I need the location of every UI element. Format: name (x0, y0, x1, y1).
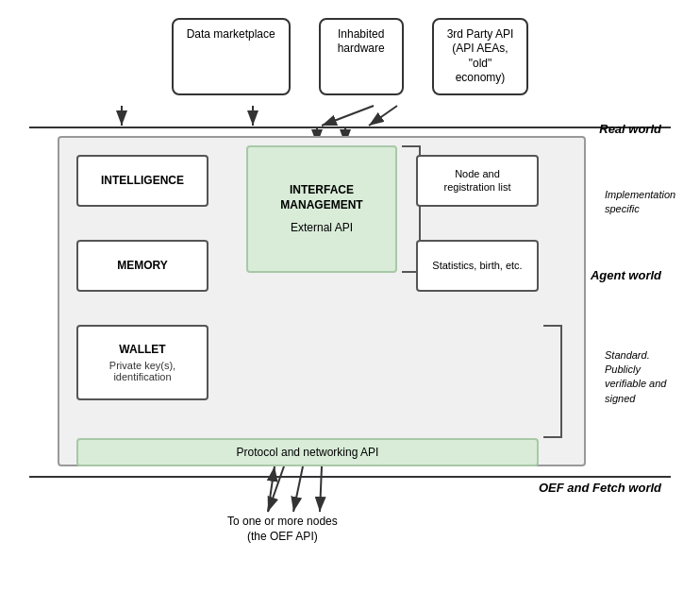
agent-world-label: Agent world (591, 268, 661, 282)
node-reg-box: Node andregistration list (416, 155, 539, 207)
statistics-box: Statistics, birth, etc. (416, 240, 539, 292)
node-reg-label: Node andregistration list (444, 167, 511, 195)
memory-label: MEMORY (117, 259, 168, 272)
standard-bracket (543, 325, 562, 438)
real-world-label: Real world (599, 122, 661, 136)
protocol-label: Protocol and networking API (237, 446, 379, 459)
wallet-sub: Private key(s),identification (109, 360, 175, 382)
statistics-label: Statistics, birth, etc. (432, 259, 522, 272)
data-marketplace-box: Data marketplace (172, 18, 291, 95)
third-party-api-box: 3rd Party API(API AEAs,"old"economy) (432, 18, 529, 95)
svg-line-18 (268, 466, 275, 512)
interface-subtitle: External API (291, 221, 353, 234)
wallet-title: WALLET (119, 343, 165, 356)
top-boxes: Data marketplace Inhabitedhardware 3rd P… (48, 18, 652, 95)
bottom-label: To one or more nodes(the OEF API) (227, 514, 338, 546)
bottom-label-text: To one or more nodes(the OEF API) (227, 515, 338, 544)
data-marketplace-label: Data marketplace (187, 27, 275, 41)
intelligence-label: INTELLIGENCE (101, 174, 184, 187)
svg-line-15 (268, 466, 284, 512)
interface-management-box: INTERFACEMANAGEMENT External API (246, 145, 397, 273)
interface-title: INTERFACEMANAGEMENT (280, 183, 362, 212)
wallet-box: WALLET Private key(s),identification (76, 325, 208, 400)
third-party-api-label: 3rd Party API(API AEAs,"old"economy) (447, 27, 514, 85)
inhabited-hardware-label: Inhabitedhardware (338, 27, 385, 56)
svg-line-17 (320, 466, 322, 512)
svg-line-4 (322, 106, 374, 126)
inhabited-hardware-box: Inhabitedhardware (319, 18, 404, 95)
intelligence-box: INTELLIGENCE (76, 155, 208, 207)
protocol-box: Protocol and networking API (76, 438, 539, 466)
implementation-specific-label: Implementation specific (605, 188, 680, 217)
svg-line-5 (369, 106, 397, 126)
real-world-separator (29, 127, 671, 128)
svg-line-16 (293, 466, 303, 512)
diagram-container: Data marketplace Inhabitedhardware 3rd P… (20, 13, 680, 580)
memory-box: MEMORY (76, 240, 208, 292)
oef-world-label: OEF and Fetch world (539, 481, 661, 495)
oef-world-separator (29, 476, 671, 478)
standard-publicly-label: Standard. Publicly verifiable and signed (605, 348, 680, 407)
